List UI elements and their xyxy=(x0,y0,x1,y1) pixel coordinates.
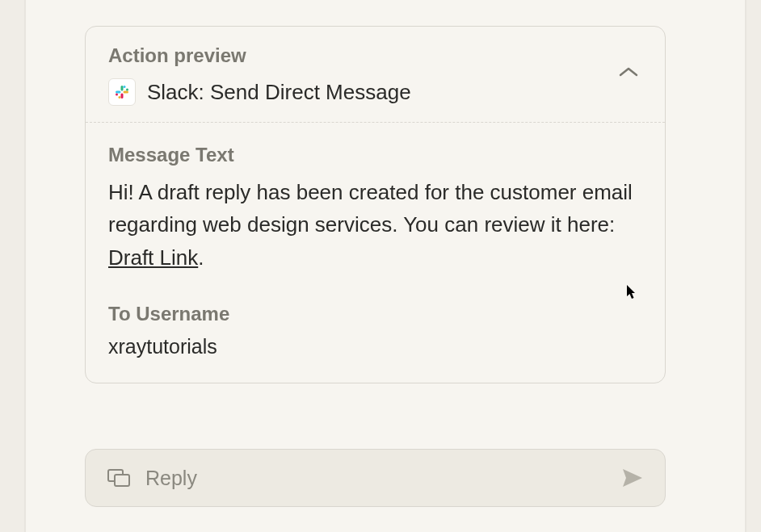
message-text-label: Message Text xyxy=(108,144,642,166)
svg-point-4 xyxy=(116,94,118,96)
draft-link[interactable]: Draft Link xyxy=(108,245,198,270)
svg-point-6 xyxy=(126,89,128,91)
to-username-value: xraytutorials xyxy=(108,335,642,358)
collapse-chevron-icon[interactable] xyxy=(618,66,639,82)
reply-input[interactable]: Reply xyxy=(85,449,666,507)
action-preview-title-row: Slack: Send Direct Message xyxy=(108,78,642,106)
svg-rect-1 xyxy=(121,86,124,91)
svg-point-7 xyxy=(119,96,121,98)
slack-icon xyxy=(108,78,136,106)
message-text-suffix: . xyxy=(198,245,204,270)
action-preview-title: Slack: Send Direct Message xyxy=(147,80,411,105)
action-preview-card: Action preview Slack: Send Direct Messag… xyxy=(85,26,666,383)
action-preview-label: Action preview xyxy=(108,44,642,67)
svg-rect-0 xyxy=(116,91,121,94)
action-preview-header: Action preview Slack: Send Direct Messag… xyxy=(86,27,665,123)
svg-rect-3 xyxy=(121,94,124,99)
send-button[interactable] xyxy=(621,467,644,488)
action-preview-body: Message Text Hi! A draft reply has been … xyxy=(86,123,665,383)
message-text-prefix: Hi! A draft reply has been created for t… xyxy=(108,180,633,237)
reply-icon xyxy=(107,467,131,488)
to-username-label: To Username xyxy=(108,303,642,325)
panel-container: Action preview Slack: Send Direct Messag… xyxy=(24,0,746,532)
svg-point-5 xyxy=(124,86,126,88)
reply-placeholder: Reply xyxy=(145,467,607,490)
message-text-value: Hi! A draft reply has been created for t… xyxy=(108,176,642,274)
svg-rect-2 xyxy=(124,91,129,94)
svg-rect-9 xyxy=(115,475,129,486)
